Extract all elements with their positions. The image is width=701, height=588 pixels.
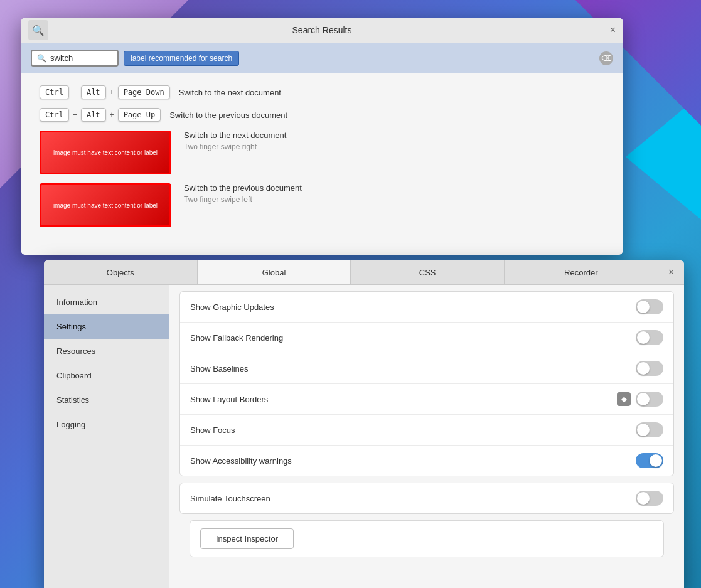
setting-label-accessibility: Show Accessibility warnings [190, 456, 631, 466]
sidebar-item-resources[interactable]: Resources [44, 339, 169, 363]
shortcut-row-2: Ctrl + Alt + Page Up Switch to the previ… [40, 108, 604, 122]
shortcut-row-1: Ctrl + Alt + Page Down Switch to the nex… [40, 85, 604, 99]
sidebar-item-clipboard[interactable]: Clipboard [44, 363, 169, 388]
sidebar-item-settings[interactable]: Settings [44, 314, 169, 339]
search-clear-button[interactable]: ⌫ [599, 51, 613, 65]
gesture-sub-2: Two finger swipe left [184, 195, 302, 204]
key-pageup: Page Up [118, 108, 161, 122]
plus-1: + [73, 88, 77, 97]
settings-section-2: Simulate Touchscreen [179, 483, 674, 514]
gesture-sub-1: Two finger swipe right [184, 142, 286, 151]
gesture-icon-2: image must have text content or label [40, 183, 171, 227]
gesture-icon-1: image must have text content or label [40, 131, 171, 174]
key-alt-2: Alt [81, 108, 106, 122]
inspector-titlebar: Objects Global CSS Recorder × [44, 260, 684, 285]
sidebar-item-information[interactable]: Information [44, 290, 169, 314]
help-badge-layout-borders[interactable]: ◆ [617, 392, 631, 406]
tab-global[interactable]: Global [198, 260, 351, 284]
search-icon: 🔍 [37, 54, 46, 63]
inspector-main-content: Show Graphic Updates Show Fallback Rende… [169, 285, 684, 588]
gesture-desc-1: Switch to the next document Two finger s… [184, 131, 286, 151]
toggle-graphic-updates[interactable] [636, 299, 663, 314]
gesture-main-1: Switch to the next document [184, 131, 286, 140]
shortcut-desc-2: Switch to the previous document [169, 110, 287, 120]
toggle-accessibility[interactable] [636, 453, 663, 468]
inspect-button-section: Inspect Inspector [179, 520, 674, 557]
inspector-window: Objects Global CSS Recorder × Informatio… [44, 260, 684, 588]
search-bar: 🔍 label recommended for search ⌫ [21, 43, 623, 73]
gesture-main-2: Switch to the previous document [184, 183, 302, 193]
setting-label-fallback-rendering: Show Fallback Rendering [190, 333, 631, 343]
inspect-inspector-wrapper: Inspect Inspector [190, 520, 664, 557]
key-ctrl-2: Ctrl [40, 108, 69, 122]
gesture-row-1: image must have text content or label Sw… [40, 131, 604, 174]
setting-row-accessibility: Show Accessibility warnings [180, 446, 673, 476]
setting-row-touchscreen: Simulate Touchscreen [180, 483, 673, 513]
inspect-inspector-button[interactable]: Inspect Inspector [200, 528, 294, 549]
key-pagedown: Page Down [118, 85, 170, 99]
gesture-row-2: image must have text content or label Sw… [40, 183, 604, 227]
inspector-sidebar: Information Settings Resources Clipboard… [44, 285, 169, 588]
key-alt-1: Alt [81, 85, 106, 99]
gesture-warning-2: image must have text content or label [41, 185, 169, 225]
search-field[interactable]: 🔍 [31, 50, 119, 67]
tab-objects[interactable]: Objects [44, 260, 198, 284]
setting-label-focus: Show Focus [190, 425, 631, 435]
setting-label-layout-borders: Show Layout Borders [190, 395, 612, 404]
gesture-desc-2: Switch to the previous document Two fing… [184, 183, 302, 204]
plus-2: + [110, 88, 114, 97]
toggle-fallback-rendering[interactable] [636, 330, 663, 345]
inspector-close-button[interactable]: × [658, 260, 684, 284]
tab-recorder[interactable]: Recorder [505, 260, 658, 284]
shortcut-desc-1: Switch to the next document [179, 88, 281, 97]
search-window-titlebar: 🔍 Search Results × [21, 18, 623, 43]
setting-label-baselines: Show Baselines [190, 364, 631, 373]
toggle-focus[interactable] [636, 422, 663, 437]
gesture-warning-1: image must have text content or label [41, 132, 169, 173]
search-window-title: Search Results [292, 25, 352, 35]
setting-label-graphic-updates: Show Graphic Updates [190, 302, 631, 312]
search-results-content: Ctrl + Alt + Page Down Switch to the nex… [21, 73, 623, 255]
setting-label-touchscreen: Simulate Touchscreen [190, 494, 631, 503]
setting-row-focus: Show Focus [180, 415, 673, 446]
search-label-recommended: label recommended for search [124, 51, 239, 66]
settings-section-1: Show Graphic Updates Show Fallback Rende… [179, 291, 674, 476]
sidebar-item-logging[interactable]: Logging [44, 412, 169, 437]
setting-row-fallback-rendering: Show Fallback Rendering [180, 323, 673, 353]
tab-css[interactable]: CSS [351, 260, 505, 284]
search-input[interactable] [50, 53, 100, 63]
search-window-icon: 🔍 [28, 20, 48, 40]
plus-3: + [73, 110, 77, 119]
setting-row-baselines: Show Baselines [180, 353, 673, 384]
setting-row-layout-borders: Show Layout Borders ◆ [180, 384, 673, 415]
inspector-body: Information Settings Resources Clipboard… [44, 285, 684, 588]
sidebar-item-statistics[interactable]: Statistics [44, 388, 169, 412]
search-window-close-button[interactable]: × [610, 25, 616, 35]
toggle-layout-borders[interactable] [636, 392, 663, 407]
toggle-baselines[interactable] [636, 361, 663, 376]
key-ctrl-1: Ctrl [40, 85, 69, 99]
setting-row-graphic-updates: Show Graphic Updates [180, 292, 673, 323]
toggle-touchscreen[interactable] [636, 491, 663, 506]
search-results-window: 🔍 Search Results × 🔍 label recommended f… [21, 18, 623, 255]
plus-4: + [110, 110, 114, 119]
